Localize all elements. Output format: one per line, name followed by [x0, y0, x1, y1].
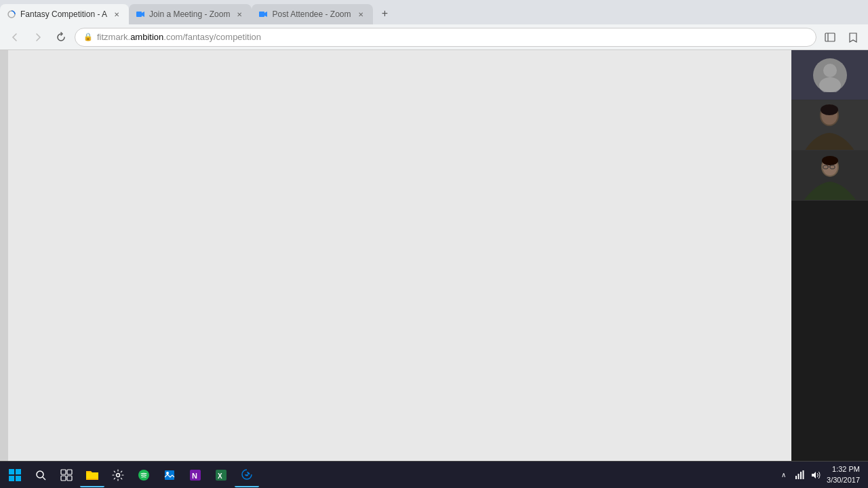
- volume-icon[interactable]: [809, 468, 823, 482]
- tab-label-3: Post Attendee - Zoom: [272, 9, 351, 19]
- svg-rect-30: [61, 476, 66, 481]
- url-text: fitzmark.ambition.com/fantasy/competitio…: [97, 32, 261, 42]
- svg-line-27: [43, 477, 45, 480]
- browser-window: Fantasy Competition - A ✕ Join a Meeting…: [0, 0, 868, 488]
- lock-icon: 🔒: [83, 33, 93, 41]
- network-icon[interactable]: [793, 468, 806, 482]
- svg-rect-31: [67, 476, 72, 481]
- loading-overlay: [8, 50, 791, 461]
- svg-point-7: [823, 64, 837, 77]
- svg-rect-3: [259, 12, 264, 17]
- tab-label-2: Join a Meeting - Zoom: [149, 9, 230, 19]
- sidebar-toggle-button[interactable]: [821, 28, 840, 47]
- tab-close-3[interactable]: ✕: [355, 9, 366, 20]
- zoom-panel-person1: [791, 100, 868, 150]
- tab-favicon-3: [258, 9, 268, 19]
- page-content: [0, 50, 868, 461]
- spotify-button[interactable]: [132, 463, 156, 487]
- svg-rect-34: [165, 470, 174, 480]
- tab-close-2[interactable]: ✕: [234, 9, 245, 20]
- svg-rect-1: [136, 12, 142, 17]
- system-tray: ∧: [774, 468, 825, 482]
- back-button[interactable]: [5, 28, 24, 47]
- svg-rect-29: [67, 470, 72, 474]
- person2-shape: [791, 150, 868, 201]
- tab-close-1[interactable]: ✕: [111, 9, 122, 20]
- content-wrapper: [0, 50, 868, 461]
- clock-time: 1:32 PM: [827, 464, 860, 474]
- reload-button[interactable]: [52, 28, 71, 47]
- onenote-button[interactable]: N: [183, 463, 208, 487]
- svg-text:N: N: [192, 472, 197, 480]
- tab-label-1: Fantasy Competition - A: [20, 9, 107, 19]
- add-tab-button[interactable]: +: [376, 4, 395, 23]
- tab-fantasy-competition[interactable]: Fantasy Competition - A ✕: [0, 4, 129, 24]
- svg-marker-4: [264, 12, 267, 17]
- left-sidebar-strip: [0, 50, 8, 461]
- svg-rect-25: [16, 476, 21, 481]
- address-bar: 🔒 fitzmark.ambition.com/fantasy/competit…: [0, 24, 868, 50]
- tab-favicon-2: [136, 9, 145, 19]
- svg-rect-24: [9, 476, 14, 481]
- svg-rect-22: [9, 469, 14, 474]
- tab-bar: Fantasy Competition - A ✕ Join a Meeting…: [0, 0, 868, 24]
- svg-rect-40: [795, 476, 797, 479]
- svg-point-26: [37, 471, 43, 478]
- tab-favicon-1: [7, 9, 16, 19]
- edge-button[interactable]: [235, 463, 259, 487]
- photos-button[interactable]: [157, 463, 182, 487]
- svg-rect-23: [16, 469, 21, 474]
- zoom-sidebar: [791, 50, 868, 461]
- svg-rect-28: [61, 470, 66, 474]
- forward-button[interactable]: [28, 28, 47, 47]
- excel-button[interactable]: X: [209, 463, 233, 487]
- file-explorer-button[interactable]: [80, 463, 104, 487]
- url-field[interactable]: 🔒 fitzmark.ambition.com/fantasy/competit…: [75, 28, 816, 47]
- taskbar: N X ∧: [0, 461, 868, 488]
- svg-rect-43: [803, 470, 804, 479]
- task-view-button[interactable]: [54, 463, 79, 487]
- zoom-avatar-icon: [813, 58, 847, 92]
- svg-point-18: [822, 156, 838, 165]
- zoom-panel-person2: [791, 150, 868, 201]
- svg-point-8: [819, 77, 841, 92]
- svg-rect-5: [825, 33, 835, 41]
- svg-point-13: [821, 104, 838, 115]
- zoom-panel-avatar: [791, 50, 868, 100]
- svg-point-32: [117, 473, 120, 476]
- start-button[interactable]: [3, 463, 27, 487]
- clock-date: 3/30/2017: [827, 475, 860, 485]
- svg-rect-42: [800, 472, 802, 479]
- tab-zoom-join[interactable]: Join a Meeting - Zoom ✕: [129, 4, 252, 24]
- svg-text:X: X: [218, 472, 222, 480]
- svg-marker-44: [812, 472, 816, 479]
- svg-rect-41: [798, 474, 800, 479]
- bookmark-button[interactable]: [844, 28, 863, 47]
- search-taskbar-button[interactable]: [28, 463, 53, 487]
- settings-taskbar-button[interactable]: [106, 463, 130, 487]
- person1-shape: [791, 100, 868, 150]
- taskbar-clock[interactable]: 1:32 PM 3/30/2017: [827, 464, 865, 485]
- show-hidden-icons[interactable]: ∧: [776, 468, 790, 482]
- svg-marker-2: [142, 12, 144, 17]
- tab-zoom-post[interactable]: Post Attendee - Zoom ✕: [252, 4, 372, 24]
